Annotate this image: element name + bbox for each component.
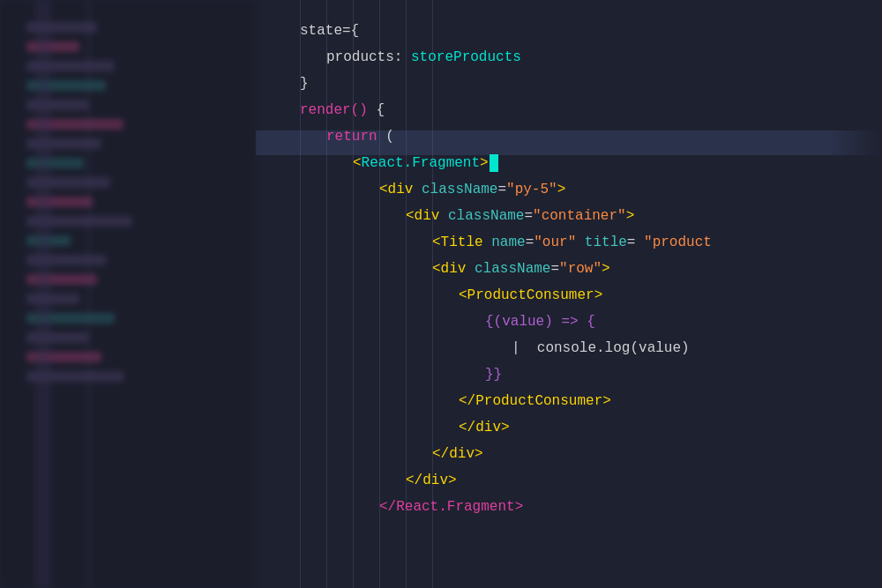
code-line: render() {: [273, 97, 882, 123]
code-token: <div: [406, 203, 448, 229]
code-token: "row": [559, 256, 602, 282]
code-token: >: [480, 150, 489, 176]
code-token: return: [326, 123, 385, 150]
code-content: state={ products: storeProducts } render…: [256, 0, 882, 588]
code-line: {(value) => {: [273, 309, 882, 335]
code-line: return (: [273, 123, 882, 150]
code-token: =: [526, 229, 534, 256]
code-token: | console.log(value): [512, 335, 690, 361]
text-cursor: [490, 154, 498, 172]
code-token: "product: [644, 229, 712, 256]
code-line: <div className="container">: [273, 203, 882, 229]
code-line: <Title name="our" title= "product: [273, 229, 882, 256]
main-code-panel: state={ products: storeProducts } render…: [256, 0, 882, 588]
code-line: <ProductConsumer>: [273, 282, 882, 309]
code-token: {(value) => {: [485, 309, 595, 335]
code-token: </div>: [406, 467, 457, 494]
code-token: state={: [300, 18, 359, 44]
code-line: </div>: [273, 441, 882, 467]
code-token: (: [385, 123, 394, 150]
code-token: products:: [326, 44, 411, 71]
code-token: title: [585, 229, 627, 256]
code-line: }}: [273, 361, 882, 388]
code-token: "container": [533, 203, 626, 229]
code-token: </ProductConsumer>: [459, 388, 611, 414]
left-panel-blurred: [0, 0, 256, 588]
code-token: </div>: [459, 414, 510, 441]
code-line: | console.log(value): [273, 335, 882, 361]
code-token: render(): [300, 97, 376, 123]
code-token: >: [602, 256, 610, 282]
code-token: <div: [432, 256, 475, 282]
code-token: className: [475, 256, 550, 282]
code-line: state={: [273, 18, 882, 44]
code-line: </div>: [273, 414, 882, 441]
code-token: storeProducts: [411, 44, 521, 71]
code-token: </React.Fragment>: [379, 494, 523, 520]
code-token: =: [550, 256, 559, 282]
code-line: </div>: [273, 467, 882, 494]
code-line: <div className="row">: [273, 256, 882, 282]
code-token: }: [300, 71, 309, 97]
code-token: =: [497, 176, 506, 203]
code-token: React.Fragment: [362, 150, 480, 176]
code-token: <Title: [432, 229, 491, 256]
code-token: {: [376, 97, 385, 123]
code-line: </React.Fragment>: [273, 494, 882, 520]
code-token: "our": [534, 229, 585, 256]
code-token: =: [524, 203, 533, 229]
code-token: <div: [379, 176, 422, 203]
code-token: >: [626, 203, 635, 229]
editor-container: state={ products: storeProducts } render…: [0, 0, 882, 588]
code-line: }: [273, 71, 882, 97]
code-token: <: [353, 150, 362, 176]
code-token: </div>: [432, 441, 483, 467]
code-token: =: [627, 229, 644, 256]
code-line: </ProductConsumer>: [273, 388, 882, 414]
code-token: className: [422, 176, 497, 203]
code-token: >: [557, 176, 566, 203]
code-token: name: [491, 229, 525, 256]
code-line: products: storeProducts: [273, 44, 882, 71]
code-line-active: <React.Fragment>: [273, 150, 882, 176]
code-token: "py-5": [506, 176, 557, 203]
code-token: <ProductConsumer>: [459, 282, 602, 309]
code-token: className: [448, 203, 524, 229]
code-line: <div className="py-5">: [273, 176, 882, 203]
code-token: }}: [485, 361, 502, 388]
